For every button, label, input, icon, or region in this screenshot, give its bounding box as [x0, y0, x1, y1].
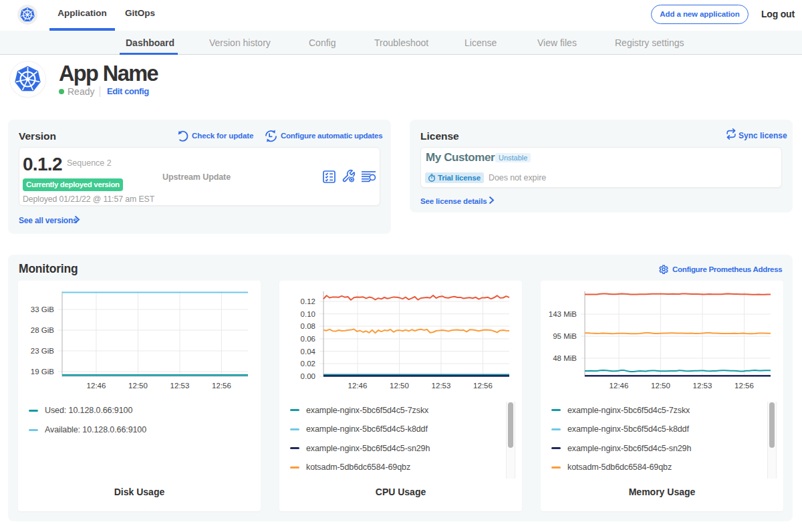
- svg-text:12:56: 12:56: [473, 382, 493, 390]
- svg-text:0.02: 0.02: [301, 360, 315, 368]
- svg-text:143 MiB: 143 MiB: [549, 310, 577, 318]
- svg-text:95 MiB: 95 MiB: [553, 332, 577, 340]
- svg-text:0.10: 0.10: [301, 310, 315, 318]
- svg-text:0.00: 0.00: [301, 372, 315, 380]
- svg-text:48 MiB: 48 MiB: [553, 354, 577, 362]
- svg-text:0.06: 0.06: [301, 335, 315, 343]
- svg-text:12:53: 12:53: [170, 382, 190, 390]
- svg-text:12:56: 12:56: [212, 382, 231, 390]
- svg-text:12:50: 12:50: [390, 382, 409, 390]
- svg-text:12:46: 12:46: [348, 382, 368, 390]
- svg-text:12:50: 12:50: [128, 382, 148, 390]
- svg-text:0.04: 0.04: [301, 348, 316, 356]
- svg-text:0.12: 0.12: [301, 297, 315, 305]
- svg-text:28 GiB: 28 GiB: [31, 326, 54, 334]
- svg-text:12:56: 12:56: [734, 382, 754, 390]
- svg-text:0.08: 0.08: [301, 322, 315, 330]
- svg-text:12:53: 12:53: [432, 382, 451, 390]
- svg-text:23 GiB: 23 GiB: [31, 347, 54, 355]
- svg-text:12:53: 12:53: [693, 382, 712, 390]
- svg-text:12:46: 12:46: [610, 382, 629, 390]
- svg-text:12:46: 12:46: [87, 382, 106, 390]
- svg-text:19 GiB: 19 GiB: [31, 368, 54, 376]
- svg-text:12:50: 12:50: [651, 382, 670, 390]
- svg-text:33 GiB: 33 GiB: [31, 305, 54, 313]
